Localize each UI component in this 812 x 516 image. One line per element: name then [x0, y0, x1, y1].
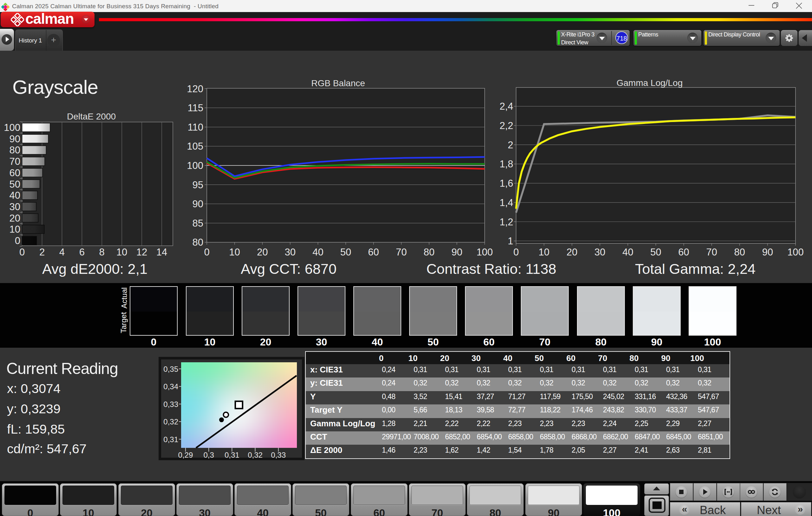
svg-text:0,33: 0,33 — [271, 451, 286, 459]
svg-text:1,6: 1,6 — [499, 178, 513, 189]
svg-text:1,2: 1,2 — [499, 216, 513, 227]
svg-text:10: 10 — [116, 247, 127, 258]
svg-text:14: 14 — [156, 247, 167, 258]
svg-text:90: 90 — [762, 247, 773, 258]
svg-text:0: 0 — [513, 247, 519, 258]
svg-text:8: 8 — [99, 247, 105, 258]
svg-text:6: 6 — [79, 247, 85, 258]
svg-text:RGB Balance: RGB Balance — [311, 78, 365, 88]
svg-text:105: 105 — [187, 141, 203, 152]
svg-text:2: 2 — [508, 140, 513, 151]
svg-text:50: 50 — [9, 179, 20, 190]
svg-text:60: 60 — [368, 247, 379, 258]
svg-text:0,32: 0,32 — [163, 418, 178, 426]
svg-text:10: 10 — [229, 247, 240, 258]
svg-text:50: 50 — [650, 247, 661, 258]
svg-text:100: 100 — [4, 122, 20, 133]
svg-text:0,31: 0,31 — [163, 435, 178, 444]
svg-text:0,33: 0,33 — [163, 400, 178, 408]
svg-text:2,4: 2,4 — [499, 101, 513, 112]
svg-text:40: 40 — [313, 247, 323, 258]
svg-text:30: 30 — [285, 247, 296, 258]
svg-text:40: 40 — [622, 247, 633, 258]
svg-text:90: 90 — [193, 199, 203, 210]
svg-text:1,4: 1,4 — [499, 197, 513, 208]
svg-text:0,32: 0,32 — [248, 451, 263, 459]
svg-text:10: 10 — [539, 247, 549, 258]
svg-text:70: 70 — [396, 247, 407, 258]
svg-text:85: 85 — [193, 218, 203, 229]
svg-text:0: 0 — [204, 247, 209, 258]
svg-text:100: 100 — [787, 247, 804, 258]
svg-text:60: 60 — [9, 168, 20, 178]
svg-text:110: 110 — [188, 122, 203, 133]
svg-text:120: 120 — [187, 83, 203, 94]
svg-text:20: 20 — [567, 247, 577, 258]
svg-text:115: 115 — [188, 102, 203, 114]
svg-text:50: 50 — [340, 247, 351, 258]
svg-text:30: 30 — [9, 201, 20, 212]
svg-text:1: 1 — [508, 236, 513, 247]
svg-text:DeltaE 2000: DeltaE 2000 — [67, 112, 116, 121]
svg-text:100: 100 — [476, 247, 493, 258]
svg-text:0,29: 0,29 — [178, 451, 193, 459]
svg-text:20: 20 — [9, 213, 20, 224]
svg-text:90: 90 — [452, 247, 462, 258]
svg-text:0,35: 0,35 — [163, 365, 178, 373]
svg-text:80: 80 — [9, 145, 20, 156]
svg-text:2,2: 2,2 — [499, 120, 513, 131]
svg-text:95: 95 — [193, 179, 203, 190]
svg-text:10: 10 — [9, 224, 20, 235]
svg-text:100: 100 — [187, 160, 203, 171]
svg-text:Gamma Log/Log: Gamma Log/Log — [617, 78, 683, 88]
svg-text:40: 40 — [9, 190, 20, 201]
svg-text:70: 70 — [706, 247, 717, 258]
svg-text:30: 30 — [594, 247, 605, 258]
svg-text:0: 0 — [15, 235, 20, 246]
svg-text:4: 4 — [59, 247, 65, 258]
svg-text:2: 2 — [39, 247, 45, 258]
svg-text:80: 80 — [193, 237, 203, 248]
svg-text:0,31: 0,31 — [225, 451, 239, 459]
svg-text:80: 80 — [424, 247, 435, 258]
svg-text:0,34: 0,34 — [163, 382, 178, 391]
svg-text:70: 70 — [9, 156, 20, 167]
svg-text:80: 80 — [734, 247, 745, 258]
svg-text:60: 60 — [678, 247, 689, 258]
svg-text:0,3: 0,3 — [203, 451, 214, 459]
svg-text:20: 20 — [257, 247, 268, 258]
svg-text:1,8: 1,8 — [499, 158, 513, 170]
svg-text:12: 12 — [136, 247, 147, 258]
svg-text:0: 0 — [19, 247, 25, 258]
svg-text:90: 90 — [9, 133, 20, 145]
